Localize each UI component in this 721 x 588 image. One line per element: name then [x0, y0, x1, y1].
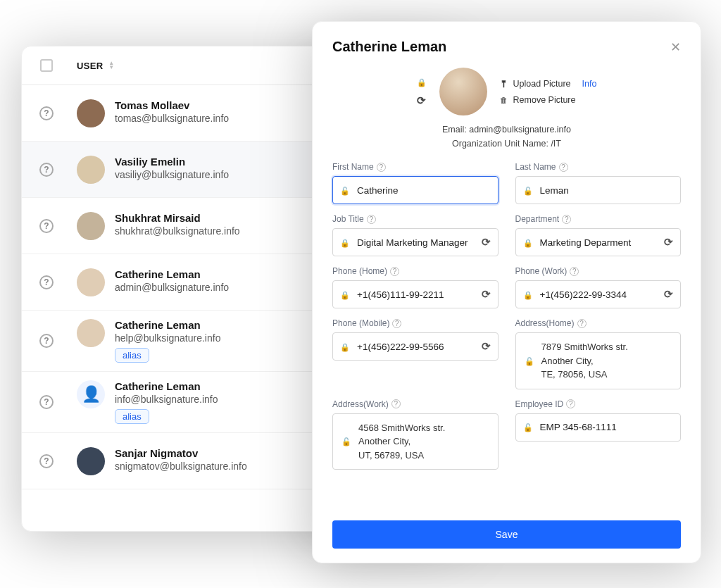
field-label: Phone (Home)? [332, 266, 499, 276]
help-icon[interactable]: ? [39, 395, 54, 409]
refresh-icon[interactable] [482, 340, 491, 353]
upload-icon [500, 79, 508, 89]
save-button[interactable]: Save [332, 520, 681, 549]
phone-work-input[interactable]: +1(456)222-99-3344 [515, 280, 682, 308]
help-icon[interactable]: ? [562, 215, 571, 224]
unlock-icon [525, 354, 534, 368]
trash-icon [500, 95, 508, 105]
help-icon[interactable]: ? [39, 454, 54, 468]
help-icon[interactable]: ? [367, 215, 376, 224]
lock-icon [523, 289, 533, 300]
department-input[interactable]: Marketing Deparment [515, 228, 682, 256]
person-icon: 👤 [82, 385, 101, 404]
help-icon[interactable]: ? [39, 334, 54, 348]
upload-picture-button[interactable]: Upload Picture [513, 79, 571, 89]
column-header-user[interactable]: USER ▲▼ [71, 61, 323, 71]
user-email: help@bulksignature.info [115, 332, 220, 344]
lock-icon [523, 237, 533, 248]
field-phone-mobile: Phone (Mobile)?+1(456)222-99-5566 [332, 318, 499, 389]
field-first-name: First Name?Catherine [332, 162, 499, 204]
field-value: Marketing Deparment [540, 237, 632, 248]
phone-mobile-input[interactable]: +1(456)222-99-5566 [332, 332, 499, 361]
address-work-input[interactable]: 4568 SmithWorks str.Another City,UT, 567… [332, 413, 499, 470]
user-email: info@bulksignature.info [115, 394, 218, 405]
help-icon[interactable]: ? [577, 319, 587, 328]
refresh-icon[interactable] [664, 288, 673, 301]
refresh-icon[interactable] [482, 236, 491, 249]
help-icon[interactable]: ? [39, 106, 54, 120]
field-address-work: Address(Work)?4568 SmithWorks str.Anothe… [332, 399, 499, 470]
last-name-input[interactable]: Leman [515, 176, 682, 204]
user-email: shukhrat@bulksignature.info [115, 225, 240, 237]
field-phone-home: Phone (Home)?+1(456)111-99-2211 [332, 266, 499, 308]
select-all-checkbox[interactable] [40, 59, 53, 72]
alias-badge: alias [115, 348, 149, 363]
user-name: Tomas Mollaev [115, 99, 229, 111]
help-icon[interactable]: ? [392, 319, 401, 328]
user-email: admin@bulksignature.info [115, 282, 229, 293]
profile-avatar [439, 68, 487, 115]
field-label: Employee ID? [515, 399, 682, 409]
help-icon[interactable]: ? [566, 399, 575, 408]
avatar [77, 212, 105, 240]
field-value: Leman [540, 185, 569, 196]
field-last-name: Last Name?Leman [515, 162, 682, 204]
field-value: +1(456)222-99-5566 [357, 342, 444, 352]
field-value: +1(456)111-99-2211 [357, 289, 444, 300]
help-icon[interactable]: ? [39, 275, 54, 289]
help-icon[interactable]: ? [39, 163, 54, 177]
user-name: Catherine Leman [115, 380, 218, 392]
field-job-title: Job Title?Digital Marketing Manager [332, 214, 499, 256]
lock-icon[interactable] [417, 77, 427, 87]
close-icon[interactable]: ✕ [670, 39, 681, 55]
help-icon[interactable]: ? [377, 163, 386, 172]
address-home-input[interactable]: 7879 SmithWorks str.Another City,TE, 780… [515, 332, 682, 389]
user-name: Sanjar Nigmatov [115, 447, 247, 459]
employee-id-input[interactable]: EMP 345-68-1111 [515, 413, 682, 442]
avatar [77, 268, 105, 296]
refresh-icon[interactable] [417, 94, 426, 107]
help-icon[interactable]: ? [559, 163, 568, 172]
avatar [77, 99, 105, 127]
help-icon[interactable]: ? [391, 399, 401, 408]
field-label: Department? [515, 214, 682, 224]
unlock-icon [341, 434, 351, 449]
field-value: Digital Marketing Manager [357, 237, 468, 248]
field-department: Department?Marketing Deparment [515, 214, 682, 256]
profile-meta: Email: admin@bulksignature.info Organiza… [332, 123, 681, 151]
profile-header: Upload Picture Info Remove Picture [332, 68, 681, 115]
help-icon[interactable]: ? [39, 219, 54, 233]
user-name: Shukhrat Mirsaid [115, 212, 240, 224]
alias-badge: alias [115, 409, 149, 424]
user-email: snigmatov@bulksignature.info [115, 461, 247, 472]
unlock-icon [340, 185, 350, 196]
avatar [77, 447, 105, 475]
user-name: Vasiliy Emelin [115, 156, 229, 168]
remove-picture-button[interactable]: Remove Picture [513, 95, 576, 105]
unlock-icon [523, 185, 533, 196]
user-email: vasiliy@bulksignature.info [115, 169, 229, 180]
help-icon[interactable]: ? [390, 267, 399, 276]
field-value: Catherine [357, 185, 399, 196]
job-title-input[interactable]: Digital Marketing Manager [332, 228, 499, 256]
first-name-input[interactable]: Catherine [332, 176, 499, 204]
field-label: Address(Work)? [332, 399, 499, 409]
refresh-icon[interactable] [482, 288, 491, 301]
field-label: Phone (Mobile)? [332, 318, 499, 328]
user-name: Catherine Leman [115, 268, 229, 280]
field-value: 4568 SmithWorks str.Another City,UT, 567… [358, 421, 445, 463]
lock-icon [340, 342, 350, 352]
field-label: Job Title? [332, 214, 499, 224]
avatar [77, 156, 105, 184]
phone-home-input[interactable]: +1(456)111-99-2211 [332, 280, 499, 308]
field-label: Address(Home)? [515, 318, 682, 328]
user-email: tomas@bulksignature.info [115, 113, 229, 124]
refresh-icon[interactable] [664, 236, 673, 249]
field-label: Phone (Work)? [515, 266, 682, 276]
field-value: 7879 SmithWorks str.Another City,TE, 780… [541, 340, 628, 382]
help-icon[interactable]: ? [570, 267, 579, 276]
lock-icon [340, 289, 350, 300]
field-employee-id: Employee ID?EMP 345-68-1111 [515, 399, 682, 470]
field-value: +1(456)222-99-3344 [540, 289, 627, 300]
info-link[interactable]: Info [582, 79, 597, 89]
